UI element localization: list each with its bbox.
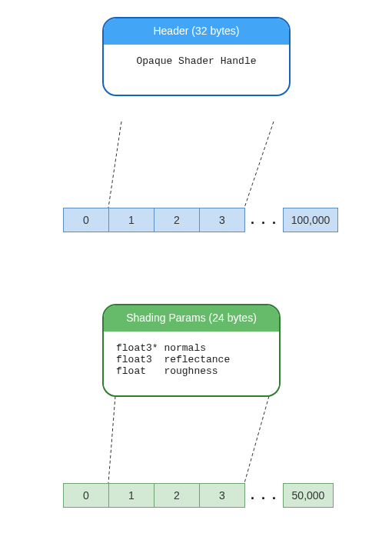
header-callout: Header (32 bytes) Opaque Shader Handle: [102, 17, 291, 96]
array-cell: 0: [63, 483, 109, 508]
params-array: 0 1 2 3: [63, 483, 245, 508]
header-callout-title: Header (32 bytes): [104, 18, 289, 45]
params-callout: Shading Params (24 bytes) float3* normal…: [102, 304, 281, 397]
ellipsis: . . .: [251, 212, 277, 228]
params-callout-body: float3* normals float3 reflectance float…: [104, 332, 279, 388]
svg-line-0: [108, 122, 121, 208]
header-callout-body: Opaque Shader Handle: [104, 45, 289, 78]
array-cell: 1: [108, 483, 154, 508]
array-cell: 3: [199, 483, 245, 508]
array-cell: 2: [154, 483, 200, 508]
array-cell: 1: [108, 208, 154, 232]
svg-line-2: [108, 396, 115, 483]
header-array: 0 1 2 3: [63, 208, 245, 232]
array-cell: 0: [63, 208, 109, 232]
array-last-cell: 100,000: [283, 208, 338, 232]
array-last-cell: 50,000: [283, 483, 334, 508]
array-cell: 3: [199, 208, 245, 232]
svg-line-1: [244, 122, 274, 208]
ellipsis: . . .: [251, 487, 277, 503]
params-callout-title: Shading Params (24 bytes): [104, 305, 279, 332]
array-cell: 2: [154, 208, 200, 232]
svg-line-3: [244, 396, 269, 483]
